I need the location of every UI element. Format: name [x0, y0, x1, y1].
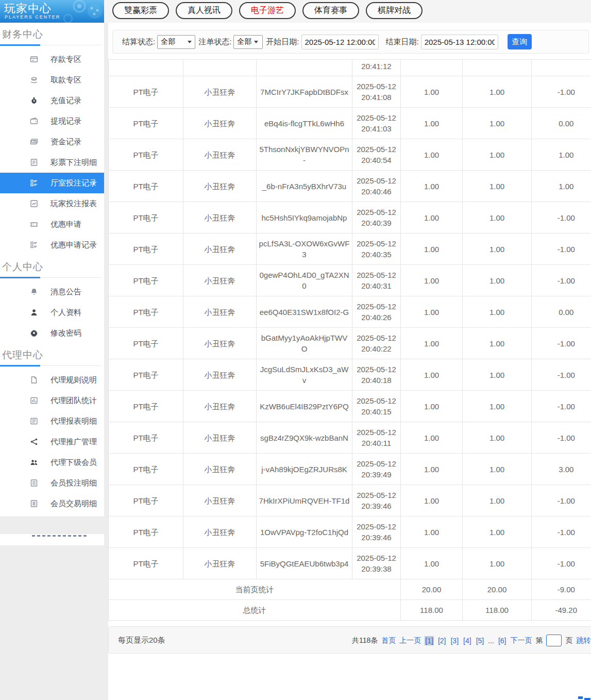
page-ellipsis: ... — [488, 637, 494, 645]
cell-win-loss: 1.00 — [532, 139, 591, 171]
sidebar-item[interactable]: 提现记录 — [0, 111, 104, 131]
page-link[interactable]: [4] — [463, 636, 472, 645]
cell-datetime: 2025-05-1220:40:39 — [352, 202, 401, 234]
page-link[interactable]: [2] — [437, 636, 447, 645]
cell-win-loss: 0.00 — [532, 108, 591, 139]
sidebar-item[interactable]: 代理团队统计 — [0, 390, 104, 411]
sidebar-item[interactable]: 代理下级会员 — [0, 452, 104, 473]
table-row: PT电子小丑狂奔1OwVPAVpg-T2foC1hjQd2025-05-1220… — [109, 516, 591, 548]
prev-page-link[interactable]: 上一页 — [399, 636, 421, 645]
cell-win-loss: -1.00 — [532, 202, 591, 234]
sidebar-item[interactable]: 消息公告 — [0, 281, 104, 302]
sidebar-item[interactable]: 代理推广管理 — [0, 431, 104, 452]
first-page-link[interactable]: 首页 — [381, 636, 396, 645]
page-link[interactable]: [5] — [476, 636, 485, 645]
total-summary-row: 总统计118.00118.00-49.20 — [109, 600, 591, 621]
jump-page-input[interactable] — [546, 635, 562, 646]
sidebar-item-label: 代理下级会员 — [50, 458, 97, 468]
sidebar-item[interactable]: 代理规则说明 — [0, 370, 104, 390]
sidebar-item[interactable]: 资金记录 — [0, 131, 104, 152]
sidebar-item[interactable]: 会员投注明细 — [0, 473, 104, 493]
cell-order-id: eBq4is-flcgTTkL6wHh6 — [257, 108, 352, 139]
sidebar-item[interactable]: 会员交易明细 — [0, 493, 104, 514]
sidebar-section-underline — [0, 44, 104, 46]
clipped-sidebar-item[interactable] — [0, 534, 104, 545]
sidebar-item[interactable]: 彩票下注明细 — [0, 152, 104, 173]
sidebar-item[interactable]: ¥充值记录 — [0, 90, 104, 111]
cell-bet-amount: 1.00 — [401, 108, 463, 139]
settle-status-select[interactable]: 全部 — [157, 35, 195, 49]
page-link-last[interactable]: [6] — [498, 636, 507, 645]
cell-hall: PT电子 — [109, 516, 183, 548]
summary-win-loss: -9.00 — [532, 579, 591, 600]
sidebar-item[interactable]: 代理报表明细 — [0, 411, 104, 431]
cell-bet-amount: 1.00 — [401, 548, 463, 579]
cell-hall: PT电子 — [109, 391, 183, 422]
tab-棋牌对战[interactable]: 棋牌对战 — [366, 2, 423, 19]
sidebar-item[interactable]: 优惠申请 — [0, 214, 104, 235]
cell-win-loss: -1.00 — [532, 76, 591, 108]
sidebar-item-label: 提现记录 — [50, 116, 81, 126]
jump-prefix-label: 第 — [535, 636, 543, 645]
cell-game: 小丑狂奔 — [183, 516, 257, 548]
cell-hall: PT电子 — [109, 202, 183, 234]
cell-datetime: 2025-05-1220:39:46 — [352, 485, 401, 516]
cell-order-id: 5FiByQGtEAEUb6twb3p4 — [257, 548, 352, 579]
sidebar-item[interactable]: 存款专区 — [0, 49, 104, 70]
page-summary-row: 当前页统计20.0020.00-9.00 — [109, 579, 591, 600]
next-page-link[interactable]: 下一页 — [510, 636, 532, 645]
cell-order-id: hc5Hsh5IYkq9amojabNp — [257, 202, 352, 234]
page-link[interactable]: [3] — [450, 636, 459, 645]
sidebar-item[interactable]: 修改密码 — [0, 323, 104, 343]
cell-valid-amount: 1.00 — [463, 516, 532, 548]
cell-valid-amount: 1.00 — [463, 202, 532, 234]
cell-order-id: sgBz4rZ9QX9k-wzbBanN — [257, 422, 352, 454]
cell-hall: PT电子 — [109, 485, 183, 516]
tab-体育赛事[interactable]: 体育赛事 — [302, 2, 359, 19]
cell-datetime: 2025-05-1220:40:15 — [352, 391, 401, 422]
start-date-input[interactable] — [301, 35, 379, 49]
summary-valid-amount: 118.00 — [463, 600, 532, 621]
sidebar-item[interactable]: 优惠申请记录 — [0, 235, 104, 255]
cell-game: 小丑狂奔 — [183, 485, 257, 516]
summary-label: 当前页统计 — [109, 579, 401, 600]
tab-真人视讯[interactable]: 真人视讯 — [176, 2, 232, 19]
sidebar-item-label: 会员投注明细 — [50, 478, 97, 488]
cell-order-id: KzWB6uEl4IB29PztY6PQ — [257, 391, 352, 422]
jump-button[interactable]: 跳转 — [576, 636, 590, 645]
sidebar-item[interactable]: 个人资料 — [0, 302, 104, 323]
end-date-input[interactable] — [421, 35, 498, 49]
cell-game: 小丑狂奔 — [183, 548, 257, 579]
sidebar-item[interactable]: 取款专区 — [0, 70, 104, 90]
order-status-select[interactable]: 全部 — [233, 35, 263, 49]
pagination-bar: 每页显示20条 共118条首页上一页[1][2][3][4][5]...[6]下… — [108, 626, 591, 654]
sidebar-item[interactable]: 厅室投注记录› — [0, 173, 104, 193]
svg-text:¥: ¥ — [33, 99, 35, 103]
page-link-current[interactable]: [1] — [425, 636, 434, 645]
cell-hall: PT电子 — [109, 454, 183, 485]
sidebar-item-label: 修改密码 — [50, 328, 81, 338]
tab-active-电子游艺[interactable]: 电子游艺 — [239, 2, 296, 19]
game-category-tabs: 雙赢彩票真人视讯电子游艺体育赛事棋牌对战 — [112, 2, 423, 19]
cell-order-id: pcLfSA3L-OXOW6xGvWF3 — [257, 234, 352, 265]
cell-datetime: 2025-05-1220:39:38 — [352, 548, 401, 579]
table-row: PT电子小丑狂奔sgBz4rZ9QX9k-wzbBanN2025-05-1220… — [109, 422, 591, 454]
sidebar-section-title: 财务中心 — [0, 23, 104, 44]
search-button[interactable]: 查询 — [508, 34, 532, 49]
cell-hall: PT电子 — [109, 108, 183, 139]
tab-雙赢彩票[interactable]: 雙赢彩票 — [112, 2, 169, 19]
cell-time: 20:41:12 — [352, 60, 401, 76]
cell-hall: PT电子 — [109, 139, 183, 171]
cell-bet-amount: 1.00 — [401, 265, 463, 296]
sidebar-item-label: 资金记录 — [50, 137, 81, 147]
password-gear-icon — [30, 329, 38, 337]
sidebar-item[interactable]: 玩家投注报表 — [0, 193, 104, 214]
sidebar-section-underline — [0, 365, 104, 366]
settle-status-value: 全部 — [161, 37, 175, 46]
cell-order-id: 0gewP4OhL4D0_gTA2XN0 — [257, 265, 352, 296]
cell-game: 小丑狂奔 — [183, 422, 257, 454]
member-trans-doc-icon — [30, 499, 38, 508]
cell-datetime: 2025-05-1220:40:46 — [352, 171, 401, 202]
cell-game: 小丑狂奔 — [183, 234, 257, 265]
chevron-right-icon: › — [92, 178, 95, 188]
